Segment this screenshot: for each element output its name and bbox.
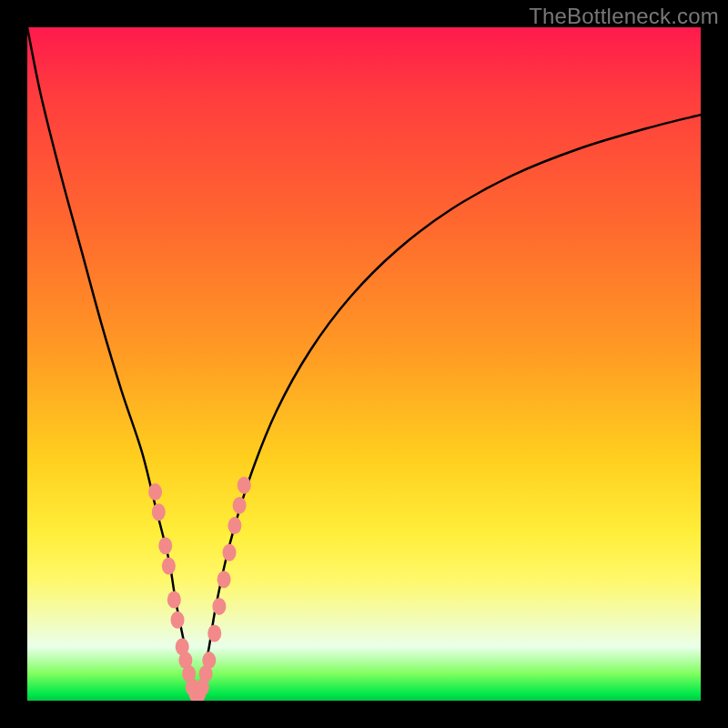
highlight-dot bbox=[212, 598, 226, 615]
bottleneck-curve bbox=[27, 27, 701, 701]
highlight-dot bbox=[217, 571, 231, 588]
highlight-dot bbox=[223, 544, 237, 561]
highlight-dot bbox=[228, 517, 241, 534]
highlight-dot bbox=[171, 612, 185, 629]
highlight-dot bbox=[167, 592, 181, 609]
highlight-dot bbox=[202, 652, 216, 669]
highlight-dot bbox=[207, 625, 221, 642]
highlight-dot bbox=[158, 537, 172, 554]
highlight-dot bbox=[162, 558, 176, 575]
highlight-dot bbox=[148, 483, 162, 500]
curve-svg bbox=[27, 27, 701, 701]
chart-frame: TheBottleneck.com bbox=[0, 0, 728, 728]
highlight-dot bbox=[152, 503, 166, 521]
highlight-dots bbox=[148, 477, 251, 701]
highlight-dot bbox=[238, 477, 251, 494]
plot-area bbox=[27, 27, 701, 701]
highlight-dot bbox=[233, 497, 247, 514]
watermark-text: TheBottleneck.com bbox=[529, 4, 719, 29]
